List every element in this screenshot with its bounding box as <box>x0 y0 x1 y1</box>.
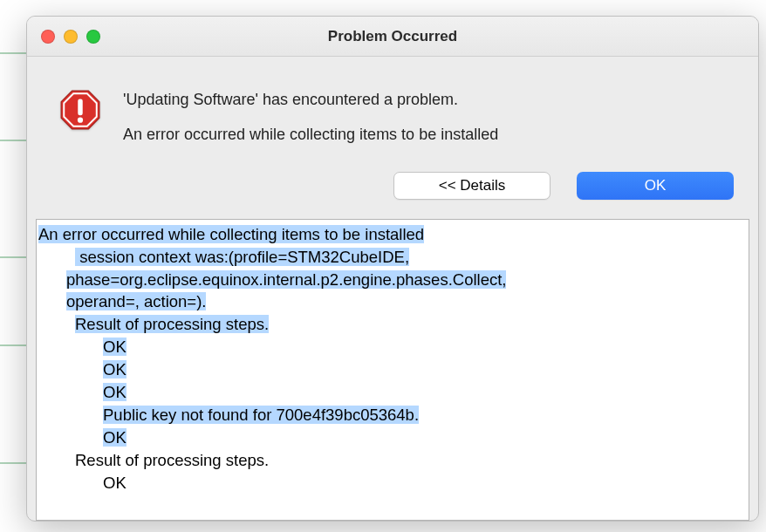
zoom-icon[interactable] <box>86 30 100 44</box>
details-line: OK <box>103 338 127 356</box>
svg-rect-2 <box>78 99 82 116</box>
ok-button[interactable]: OK <box>577 172 734 200</box>
error-icon <box>58 88 102 147</box>
minimize-icon[interactable] <box>64 30 78 44</box>
details-line: Result of processing steps. <box>75 451 269 469</box>
details-line: session context was:(profile=STM32CubeID… <box>75 248 409 266</box>
details-button[interactable]: << Details <box>393 172 551 200</box>
dialog-title: Problem Occurred <box>27 28 758 45</box>
svg-point-3 <box>78 118 83 123</box>
details-line: operand=, action=). <box>66 292 206 310</box>
details-textarea[interactable]: An error occurred while collecting items… <box>36 219 749 521</box>
details-line: OK <box>103 428 127 447</box>
details-line: OK <box>103 474 127 492</box>
message-block: 'Updating Software' has encountered a pr… <box>123 88 734 147</box>
details-line: An error occurred while collecting items… <box>38 225 424 243</box>
details-line: Public key not found for 700e4f39bc05364… <box>103 406 419 424</box>
error-heading: 'Updating Software' has encountered a pr… <box>123 88 734 113</box>
error-subheading: An error occurred while collecting items… <box>123 123 734 147</box>
titlebar: Problem Occurred <box>27 17 758 57</box>
problem-dialog: Problem Occurred 'Updating Software' has… <box>26 16 759 522</box>
button-row: << Details OK <box>27 147 758 219</box>
details-line: phase=org.eclipse.equinox.internal.p2.en… <box>66 270 506 289</box>
dialog-content: 'Updating Software' has encountered a pr… <box>27 57 758 147</box>
details-line: OK <box>103 360 127 379</box>
close-icon[interactable] <box>41 30 55 44</box>
details-line: Result of processing steps. <box>75 315 269 333</box>
details-line: OK <box>103 383 127 401</box>
traffic-lights <box>41 30 100 44</box>
